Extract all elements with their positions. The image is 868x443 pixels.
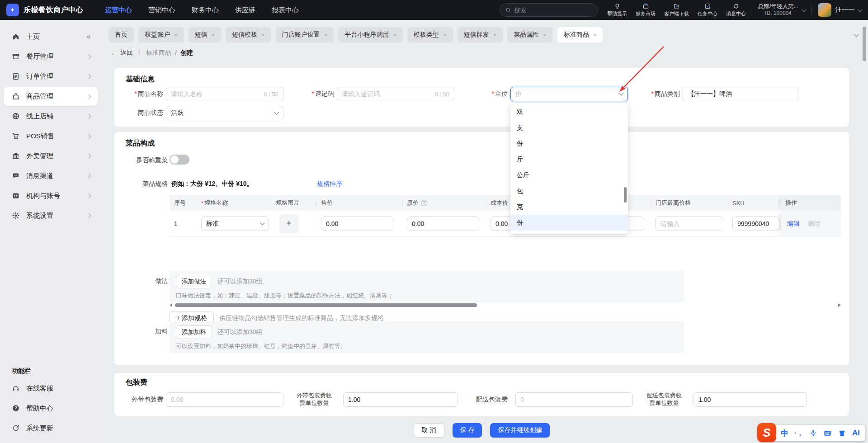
sidebar-item-online-support[interactable]: 在线客服: [4, 379, 98, 398]
ime-language-mode[interactable]: 中: [781, 428, 788, 438]
edit-spec-link[interactable]: 编辑: [787, 220, 800, 228]
sidebar-item-restaurant-management[interactable]: 餐厅管理: [4, 47, 98, 66]
close-icon[interactable]: ×: [393, 32, 396, 38]
category-input[interactable]: [688, 90, 793, 98]
sidebar-item-pos-sales[interactable]: POS销售: [4, 127, 98, 146]
spec-name-select[interactable]: 标准: [201, 217, 269, 231]
unit-option-fen[interactable]: 份: [510, 136, 628, 151]
add-method-button[interactable]: 添加做法: [176, 275, 212, 288]
add-topping-button[interactable]: 添加加料: [176, 325, 212, 339]
spec-label: 菜品规格: [114, 180, 168, 188]
sidebar-item-takeout-management[interactable]: 外卖管理: [4, 146, 98, 165]
client-download-action[interactable]: 客户端下载: [664, 3, 689, 17]
tab-rights-account[interactable]: 权益账户×: [138, 27, 184, 42]
sidebar-item-system-settings[interactable]: 系统设置: [4, 206, 98, 225]
nav-operations-center[interactable]: 运营中心: [105, 6, 132, 14]
dropdown-scrollbar-thumb[interactable]: [624, 187, 627, 203]
sidebar-item-help-center[interactable]: 帮助中心: [4, 399, 98, 418]
close-icon[interactable]: ×: [543, 32, 547, 38]
save-and-continue-button[interactable]: 保存并继续创建: [490, 423, 550, 438]
org-chevron-down-icon[interactable]: [802, 7, 807, 12]
tab-platform-miniprogram[interactable]: 平台小程序调用×: [338, 27, 403, 42]
sidebar-item-home[interactable]: 主页 «: [4, 27, 98, 46]
hscroll-right-arrow-icon[interactable]: [838, 303, 841, 307]
tab-sms[interactable]: 短信×: [189, 27, 222, 42]
sku-input[interactable]: [732, 217, 779, 231]
tab-template-type[interactable]: 模板类型×: [407, 27, 453, 42]
delete-spec-link[interactable]: 删除: [808, 220, 821, 228]
close-icon[interactable]: ×: [261, 32, 265, 38]
tabs-chevron-down-icon[interactable]: [854, 32, 859, 37]
ime-punctuation-toggle[interactable]: ·，: [794, 429, 803, 438]
sidebar-item-message-channels[interactable]: 消息渠道: [4, 166, 98, 185]
tab-sms-broadcast[interactable]: 短信群发×: [458, 27, 503, 42]
org-selector[interactable]: 总部/年轻人第... ID: 100004: [758, 3, 798, 17]
sidebar-item-order-management[interactable]: 订单管理: [4, 67, 98, 86]
nav-supply-chain[interactable]: 供应链: [235, 6, 255, 14]
nav-finance-center[interactable]: 财务中心: [192, 6, 219, 14]
nav-marketing-center[interactable]: 营销中心: [148, 6, 175, 14]
tab-sms-template[interactable]: 短信模板×: [226, 27, 271, 42]
service-market-action[interactable]: 服务市场: [636, 3, 656, 17]
sidebar-footer: 功能栏 在线客服 帮助中心 系统更新: [0, 367, 101, 443]
unit-option-zhi[interactable]: 支: [510, 120, 628, 136]
message-center-action[interactable]: 消息中心: [726, 3, 746, 17]
collapse-sidebar-icon[interactable]: «: [87, 33, 90, 41]
store-max-price-input[interactable]: [656, 217, 723, 231]
original-price-input[interactable]: [407, 217, 479, 231]
packaging-fee-title: 包装费: [126, 378, 147, 387]
ime-ai-button[interactable]: AI: [852, 429, 860, 438]
weigh-dish-toggle[interactable]: [170, 155, 189, 165]
sidebar-item-online-store[interactable]: 线上店铺: [4, 107, 98, 126]
search-input[interactable]: [514, 7, 592, 14]
delivery-fee-unit-input[interactable]: [698, 396, 802, 403]
hscroll-left-arrow-icon[interactable]: [170, 303, 172, 307]
skin-shirt-icon[interactable]: [838, 429, 846, 438]
breadcrumb-divider: [139, 50, 140, 56]
user-chevron-down-icon[interactable]: [858, 7, 863, 12]
nav-report-center[interactable]: 报表中心: [272, 6, 299, 14]
sidebar-item-system-update[interactable]: 系统更新: [4, 419, 98, 438]
product-bag-icon: [12, 92, 20, 100]
unit-option-ke[interactable]: 克: [510, 199, 628, 215]
sidebar-item-org-accounts[interactable]: 机构与账号: [4, 186, 98, 205]
close-icon[interactable]: ×: [324, 32, 328, 38]
takeout-fee-unit-input[interactable]: [348, 396, 453, 403]
delivery-fee-input[interactable]: [520, 396, 628, 403]
save-button[interactable]: 保 存: [453, 423, 482, 438]
user-avatar[interactable]: [818, 3, 831, 17]
tab-dish-attribute[interactable]: 菜品属性×: [507, 27, 553, 42]
unit-select[interactable]: 份: [510, 87, 628, 101]
sogou-logo-icon[interactable]: S: [757, 423, 776, 442]
global-search[interactable]: [500, 3, 598, 17]
tab-home[interactable]: 首页: [108, 27, 134, 42]
task-center-action[interactable]: 任务中心: [698, 3, 717, 17]
sidebar-item-product-management[interactable]: 商品管理: [4, 87, 98, 106]
unit-option-fen-highlighted[interactable]: 份: [510, 215, 628, 231]
back-button[interactable]: ←返回: [111, 49, 133, 57]
unit-option-gongjin[interactable]: 公斤: [510, 167, 628, 183]
tab-standard-product[interactable]: 标准商品×: [557, 27, 603, 42]
hscroll-thumb[interactable]: [175, 303, 477, 307]
close-icon[interactable]: ×: [212, 32, 215, 38]
close-icon[interactable]: ×: [493, 32, 497, 38]
close-icon[interactable]: ×: [443, 32, 447, 38]
table-horizontal-scrollbar[interactable]: [170, 303, 841, 307]
help-tips-action[interactable]: 帮助提示: [607, 3, 627, 17]
sell-price-input[interactable]: [321, 217, 393, 231]
unit-option-bao[interactable]: 包: [510, 183, 628, 199]
microphone-icon[interactable]: [809, 429, 817, 437]
add-spec-image-button[interactable]: +: [279, 214, 298, 233]
spec-sort-link[interactable]: 规格排序: [317, 180, 342, 188]
keyboard-icon[interactable]: [823, 429, 832, 438]
status-select[interactable]: 活跃: [166, 106, 283, 120]
close-icon[interactable]: ×: [593, 32, 597, 38]
page-scrollbar-thumb[interactable]: [863, 27, 866, 61]
takeout-fee-input[interactable]: [171, 396, 278, 403]
tab-store-account-settings[interactable]: 门店账户设置×: [276, 27, 334, 42]
unit-option-shuang[interactable]: 双: [510, 104, 628, 120]
takeout-fee-unit-field: 外带包装费收费单位数量: [292, 392, 458, 407]
close-icon[interactable]: ×: [174, 32, 178, 38]
unit-option-jin[interactable]: 斤: [510, 151, 628, 167]
cancel-button[interactable]: 取 消: [414, 423, 444, 438]
